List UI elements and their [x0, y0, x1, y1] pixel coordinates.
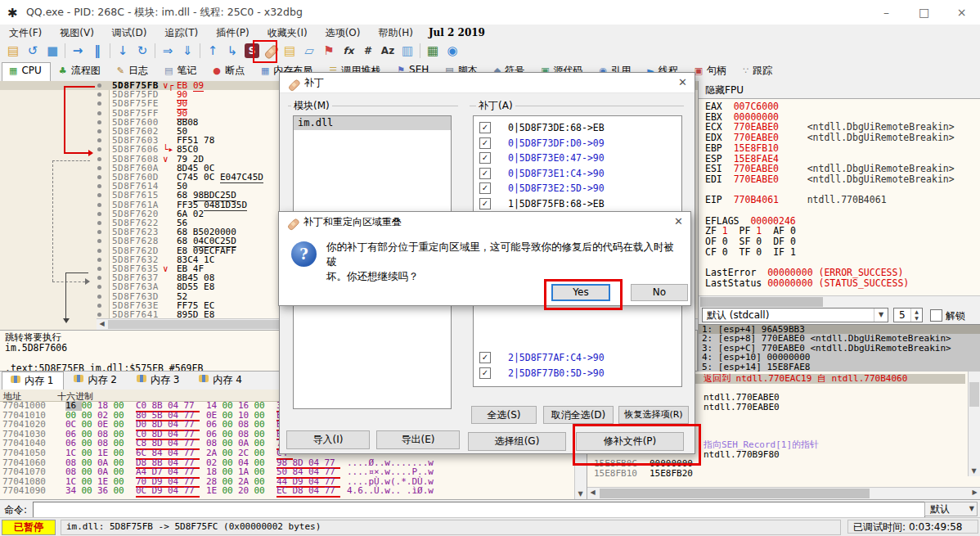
tab-流程图[interactable]: ♣流程图: [52, 62, 109, 79]
tab-断点[interactable]: ●断点: [206, 62, 253, 79]
breakpoint-dot-icon[interactable]: [97, 147, 101, 151]
breakpoint-dot-icon[interactable]: [97, 101, 101, 106]
pause-icon[interactable]: ‖: [88, 42, 106, 60]
registers-hscrollbar[interactable]: [699, 295, 980, 308]
step-into-icon[interactable]: ↓: [114, 42, 132, 60]
hash-icon[interactable]: #: [359, 42, 377, 60]
register-line[interactable]: LastStatus 00000000 (STATUS_SUCCESS): [705, 278, 909, 289]
patch-list-item[interactable]: ✓0|5D8F73DE:68->EB: [474, 121, 681, 136]
dump-tab[interactable]: 内存 2: [65, 372, 126, 388]
menu-item[interactable]: 文件(F): [0, 25, 51, 42]
checked-checkbox[interactable]: ✓: [479, 182, 491, 194]
menu-item[interactable]: 追踪(T): [155, 25, 207, 42]
import-button[interactable]: 导入(I): [286, 430, 370, 449]
restore-selection-button[interactable]: 恢复选择项(R): [618, 406, 689, 424]
checked-checkbox[interactable]: ✓: [479, 137, 491, 149]
confirm-dialog-titlebar[interactable]: 补丁和重定向区域重叠 ✕: [279, 212, 690, 232]
breakpoint-dot-icon[interactable]: [97, 138, 101, 142]
patch-list-item[interactable]: ✓0|5D8F73E0:47->90: [474, 151, 681, 166]
breakpoint-dot-icon[interactable]: [97, 304, 101, 308]
scroll-left-icon[interactable]: ◀: [587, 488, 598, 498]
patch-list-item[interactable]: ✓0|5D8F73E1:C4->90: [474, 167, 681, 182]
breakpoint-dot-icon[interactable]: [97, 129, 101, 133]
tab-CPU[interactable]: ▦CPU: [2, 62, 51, 82]
open-file-icon[interactable]: ▤: [4, 42, 22, 60]
stack-vscrollbar[interactable]: ▼: [968, 372, 980, 476]
scroll-left-icon[interactable]: ◀: [97, 319, 107, 329]
checked-checkbox[interactable]: ✓: [479, 152, 491, 164]
chevron-down-icon[interactable]: ▼: [969, 502, 974, 516]
checked-checkbox[interactable]: ✓: [479, 168, 491, 179]
breakpoint-dot-icon[interactable]: [97, 166, 101, 170]
breakpoint-dot-icon[interactable]: [97, 111, 101, 115]
breakpoint-dot-icon[interactable]: [97, 212, 101, 216]
arg-count-stepper[interactable]: 5 ▲▼: [893, 308, 923, 322]
select-all-button[interactable]: 全选(S): [471, 406, 537, 424]
menu-item[interactable]: 调试(D): [103, 25, 156, 42]
labels-icon[interactable]: ▱: [300, 42, 318, 60]
dump-tab[interactable]: 内存 3: [128, 372, 189, 388]
breakpoint-dot-icon[interactable]: [97, 267, 101, 271]
spinner-arrows-icon[interactable]: ▲▼: [910, 309, 922, 322]
hide-fpu-button[interactable]: 隐藏FPU: [705, 83, 744, 97]
scroll-down-icon[interactable]: ▼: [575, 489, 586, 499]
breakpoint-dot-icon[interactable]: [97, 120, 101, 124]
breakpoint-dot-icon[interactable]: [97, 157, 101, 161]
dump-row[interactable]: 77041090340036000CD904771E002000ECD80477…: [0, 486, 587, 496]
register-line[interactable]: EIP 770B4061 ntdll.770B4061: [705, 195, 887, 205]
calling-convention-select[interactable]: 默认 (stdcall) ▼: [702, 308, 888, 322]
breakpoint-dot-icon[interactable]: [97, 193, 101, 197]
menu-item[interactable]: 收藏夹(I): [258, 25, 317, 42]
breakpoint-dot-icon[interactable]: [97, 203, 101, 207]
run-icon[interactable]: →: [69, 42, 87, 60]
strings-icon[interactable]: Az: [379, 42, 397, 60]
deselect-all-button[interactable]: 取消全选(D): [543, 406, 614, 424]
menu-item[interactable]: 视图(V): [51, 25, 103, 42]
argument-row[interactable]: 5: [esp+14] 15E8FAE8: [699, 363, 980, 372]
breakpoint-dot-icon[interactable]: [97, 83, 101, 88]
restart-icon[interactable]: ↺: [24, 42, 42, 60]
command-input[interactable]: [33, 502, 925, 518]
stack-hscrollbar[interactable]: ◀ ▶: [587, 487, 980, 499]
tab-日志[interactable]: ✎日志: [110, 62, 156, 79]
menu-item[interactable]: 插件(P): [207, 25, 258, 42]
argument-row[interactable]: 4: [esp+10] 00000000: [699, 353, 980, 362]
dump-tab[interactable]: 内存 4: [191, 372, 251, 388]
close-icon[interactable]: ✕: [674, 215, 683, 227]
run-to-user-code-icon[interactable]: ↳: [223, 42, 241, 60]
breakpoint-dot-icon[interactable]: [97, 239, 101, 243]
tab-笔记[interactable]: ▤笔记: [158, 62, 205, 79]
checked-checkbox[interactable]: ✓: [479, 198, 491, 209]
stop-icon[interactable]: ■: [43, 42, 61, 60]
command-profile-dropdown[interactable]: 默认 ▼: [924, 502, 978, 516]
module-list-item[interactable]: im.dll: [294, 116, 451, 130]
scroll-down-icon[interactable]: ▼: [969, 466, 979, 476]
no-button[interactable]: No: [631, 284, 688, 301]
breakpoint-dot-icon[interactable]: [97, 295, 101, 299]
breakpoint-dot-icon[interactable]: [97, 221, 101, 225]
patch-list-item[interactable]: ✓2|5D8F77AF:C4->90: [474, 351, 681, 366]
patch-dialog-titlebar[interactable]: 补丁 ✕: [280, 73, 695, 93]
attach-icon[interactable]: ▥: [398, 42, 416, 60]
register-line[interactable]: CF 0 TF 0 IF 1: [705, 247, 796, 258]
execute-till-return-icon[interactable]: ⇓: [178, 42, 196, 60]
breakpoint-dot-icon[interactable]: [97, 313, 101, 317]
close-icon[interactable]: ✕: [678, 76, 687, 88]
chevron-down-icon[interactable]: ▼: [874, 309, 888, 322]
breakpoint-dot-icon[interactable]: [97, 258, 101, 262]
step-out-icon[interactable]: ↑: [204, 42, 222, 60]
breakpoint-dot-icon[interactable]: [97, 184, 101, 188]
menu-item[interactable]: 选项(O): [317, 25, 370, 42]
export-button[interactable]: 导出(E): [376, 430, 460, 449]
comments-icon[interactable]: ▤: [281, 42, 299, 60]
trace-into-icon[interactable]: ⇒: [159, 42, 177, 60]
patch-list-item[interactable]: ✓1|5D8F75FB:68->EB: [474, 197, 681, 212]
close-button[interactable]: ×: [943, 0, 980, 25]
calculator-icon[interactable]: ▦: [424, 42, 442, 60]
patch-list-item[interactable]: ✓0|5D8F73DF:D0->09: [474, 137, 681, 151]
menu-item[interactable]: 帮助(H): [369, 25, 421, 42]
dump-tab[interactable]: 内存 1: [2, 372, 64, 390]
breakpoint-dot-icon[interactable]: [97, 249, 101, 253]
patch-list-item[interactable]: ✓2|5D8F77B0:5D->90: [474, 367, 681, 381]
arguments-view[interactable]: 1: [esp+4] 96A59BB32: [esp+8] 770EABE0 <…: [699, 324, 980, 372]
